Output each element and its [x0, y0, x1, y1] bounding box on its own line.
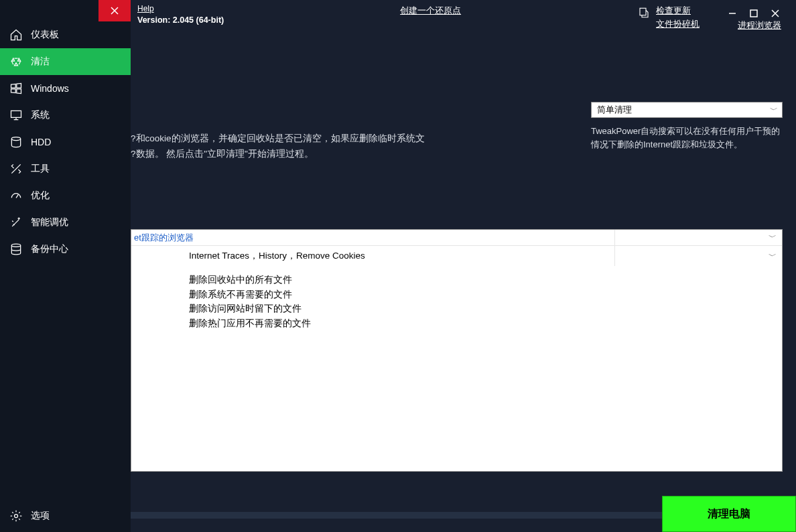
hdd-icon: [9, 135, 23, 149]
wand-icon: [9, 216, 23, 229]
cleanup-item: 删除回收站中的所有文件: [189, 273, 782, 287]
results-panel: et跟踪的浏览器 ﹀ Internet Traces，History，Remov…: [131, 229, 783, 472]
sidebar-options[interactable]: 选项: [0, 503, 131, 529]
panel-expand-2[interactable]: ﹀: [614, 246, 782, 266]
maximize-button[interactable]: [748, 8, 760, 19]
sidebar-item-smart-tune[interactable]: 智能调优: [0, 209, 131, 236]
sidebar-item-label: 工具: [31, 163, 50, 175]
dropdown-value: 简单清理: [597, 104, 632, 116]
sidebar-item-label: 系统: [31, 109, 50, 121]
clean-computer-button[interactable]: 清理电脑: [662, 496, 796, 532]
close-button[interactable]: [769, 8, 781, 19]
sidebar-item-windows[interactable]: Windows: [0, 75, 131, 102]
monitor-icon: [9, 109, 23, 122]
version-label: Version: 2.045 (64-bit): [137, 15, 224, 25]
sidebar-item-tools[interactable]: 工具: [0, 155, 131, 182]
sidebar-item-dashboard[interactable]: 仪表板: [0, 21, 131, 48]
chevron-down-icon: ﹀: [769, 251, 777, 262]
windows-icon: [9, 82, 23, 95]
sidebar-item-label: 优化: [31, 190, 50, 202]
sidebar-item-optimize[interactable]: 优化: [0, 182, 131, 209]
process-browser-link[interactable]: 进程浏览器: [738, 21, 781, 30]
sidebar-item-system[interactable]: 系统: [0, 102, 131, 129]
chevron-down-icon: ﹀: [769, 232, 777, 243]
gauge-icon: [9, 189, 23, 202]
svg-point-1: [11, 137, 20, 141]
minimize-button[interactable]: [726, 8, 738, 19]
sidebar-options-label: 选项: [31, 510, 50, 522]
help-link[interactable]: Help: [137, 4, 224, 13]
svg-point-3: [15, 515, 18, 518]
panel-expand-1[interactable]: ﹀: [614, 230, 782, 245]
svg-point-2: [11, 244, 20, 247]
panel-subheader: Internet Traces，History，Remove Cookies: [131, 246, 614, 266]
cleanup-item: 删除热门应用不再需要的文件: [189, 316, 782, 331]
sidebar: 仪表板 清洁 Windows 系统 HDD 工具: [0, 0, 131, 532]
cleanup-item: 删除系统不再需要的文件: [189, 287, 782, 302]
chevron-down-icon: ﹀: [770, 105, 778, 116]
svg-rect-5: [750, 10, 757, 17]
shredder-icon: [637, 5, 651, 19]
recycle-icon: [9, 55, 23, 68]
sidebar-item-label: HDD: [31, 137, 51, 147]
sidebar-item-backup[interactable]: 备份中心: [0, 236, 131, 263]
home-icon: [9, 28, 23, 42]
svg-rect-0: [11, 111, 21, 117]
sidebar-item-label: 备份中心: [31, 243, 68, 255]
sidebar-close-button[interactable]: [98, 0, 131, 21]
check-updates-link[interactable]: 检查更新: [656, 5, 691, 17]
sidebar-item-label: 仪表板: [31, 29, 59, 41]
gear-icon: [9, 509, 23, 523]
restore-point-link[interactable]: 创建一个还原点: [400, 5, 461, 17]
sidebar-item-label: 智能调优: [31, 216, 68, 228]
sidebar-item-label: 清洁: [31, 56, 50, 68]
cleanup-item: 删除访问网站时留下的文件: [189, 302, 782, 316]
sidebar-item-hdd[interactable]: HDD: [0, 129, 131, 155]
titlebar: Help Version: 2.045 (64-bit) 创建一个还原点 检查更…: [131, 0, 796, 35]
file-shredder-link[interactable]: 文件扮碎机: [656, 19, 700, 30]
description-text: ?和cookie的浏览器，并确定回收站是否已清空，如果应删除临时系统文 ?数据。…: [131, 131, 559, 162]
panel-section-header[interactable]: et跟踪的浏览器: [131, 230, 614, 245]
sidebar-item-label: Windows: [31, 83, 69, 94]
svg-rect-4: [640, 8, 646, 15]
tools-icon: [9, 162, 23, 176]
mode-description: TweakPower自动搜索可以在没有任何用户干预的情况下删除的Internet…: [591, 125, 783, 151]
database-icon: [9, 243, 23, 256]
cleaning-mode-dropdown[interactable]: 简单清理 ﹀: [591, 102, 783, 118]
sidebar-item-clean[interactable]: 清洁: [0, 48, 131, 75]
